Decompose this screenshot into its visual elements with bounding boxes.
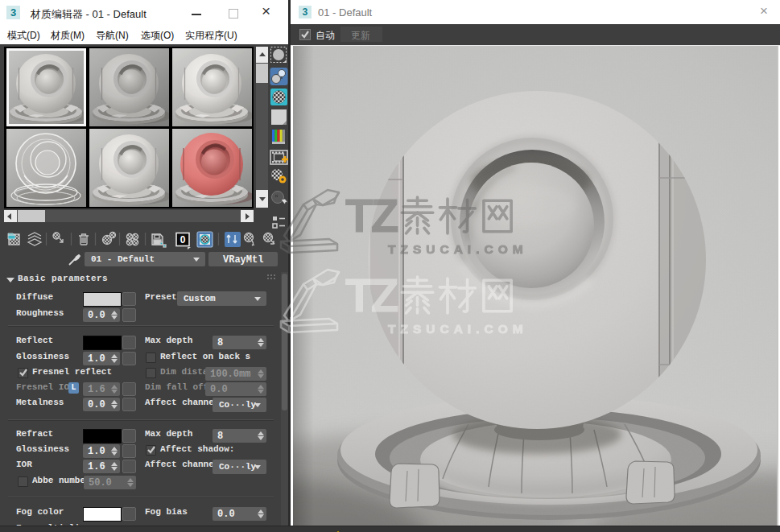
svg-text:3: 3 (10, 6, 16, 19)
svg-text:3: 3 (303, 6, 308, 18)
svg-text:0: 0 (180, 234, 186, 245)
